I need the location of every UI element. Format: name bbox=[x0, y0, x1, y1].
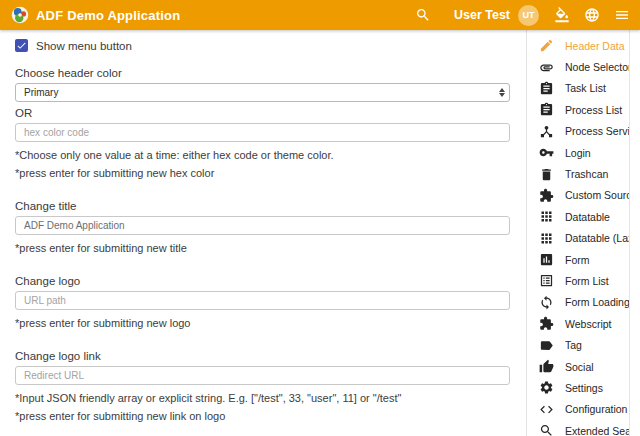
paint-bucket-icon[interactable] bbox=[553, 7, 570, 24]
sidebar-menu: Header DataNode SelectorTask ListProcess… bbox=[527, 30, 629, 436]
sidebar-item-login[interactable]: Login bbox=[539, 142, 629, 163]
adf-demo-application: ADF Demo Application User Test UT Show m… bbox=[0, 0, 640, 436]
sidebar-item-label: Custom Sources bbox=[565, 189, 629, 201]
change-logo-link-label: Change logo link bbox=[15, 350, 510, 362]
sidebar-item-form-list[interactable]: Form List bbox=[539, 270, 629, 291]
adf-logo-icon[interactable] bbox=[11, 6, 29, 24]
sidebar-item-label: Social bbox=[565, 361, 594, 373]
clipboard-icon bbox=[539, 81, 554, 96]
title-hint: *press enter for submitting new title bbox=[15, 242, 510, 254]
trash-icon bbox=[539, 167, 554, 182]
sidebar-item-social[interactable]: Social bbox=[539, 356, 629, 377]
search-icon[interactable] bbox=[415, 7, 432, 24]
list-alt-icon bbox=[539, 273, 554, 288]
gear-icon bbox=[539, 380, 554, 395]
sidebar-item-node-selector[interactable]: Node Selector bbox=[539, 56, 629, 77]
app-header: ADF Demo Application User Test UT bbox=[0, 0, 640, 30]
sidebar-item-header-data[interactable]: Header Data bbox=[539, 35, 629, 56]
grid-icon bbox=[539, 231, 554, 246]
sidebar-item-form-loading[interactable]: Form Loading bbox=[539, 292, 629, 313]
grid-icon bbox=[539, 209, 554, 224]
sidebar-item-form[interactable]: Form bbox=[539, 249, 629, 270]
show-menu-checkbox[interactable] bbox=[15, 39, 28, 52]
change-title-input[interactable] bbox=[15, 216, 510, 235]
change-title-label: Change title bbox=[15, 200, 510, 212]
avatar[interactable]: UT bbox=[518, 5, 539, 26]
header-color-select[interactable]: Primary bbox=[15, 83, 510, 102]
sidebar-item-label: Extended Search bbox=[565, 425, 629, 436]
or-label: OR bbox=[15, 107, 510, 119]
scrollbar-track[interactable] bbox=[629, 30, 640, 436]
change-logo-label: Change logo bbox=[15, 275, 510, 287]
user-name[interactable]: User Test bbox=[454, 8, 510, 22]
hex-hint-1: *Choose only one value at a time: either… bbox=[15, 149, 510, 161]
sidebar-item-process-list[interactable]: Process List bbox=[539, 99, 629, 120]
sidebar-item-label: Datatable (Lazy) bbox=[565, 232, 629, 244]
clipboard-icon bbox=[539, 102, 554, 117]
app-title: ADF Demo Application bbox=[36, 8, 180, 23]
header-color-selected-value: Primary bbox=[24, 87, 499, 98]
check-icon bbox=[16, 40, 27, 51]
sidebar-item-extended-search[interactable]: Extended Search bbox=[539, 420, 629, 436]
tag-icon bbox=[539, 338, 554, 353]
sidebar-item-label: Node Selector bbox=[565, 61, 629, 73]
sidebar-item-webscript[interactable]: Webscript bbox=[539, 313, 629, 334]
sidebar-item-datatable[interactable]: Datatable bbox=[539, 206, 629, 227]
attachment-icon bbox=[539, 60, 554, 75]
thumb-up-icon bbox=[539, 359, 554, 374]
key-icon bbox=[539, 145, 554, 160]
header-color-label: Choose header color bbox=[15, 67, 510, 79]
hex-hint-2: *press enter for submitting new hex colo… bbox=[15, 167, 510, 179]
sidebar-item-configuration-editor[interactable]: Configuration Editor bbox=[539, 399, 629, 420]
sidebar-item-label: Settings bbox=[565, 382, 603, 394]
sidebar-item-settings[interactable]: Settings bbox=[539, 377, 629, 398]
code-icon bbox=[539, 402, 554, 417]
bar-chart-icon bbox=[539, 252, 554, 267]
hex-color-input[interactable] bbox=[15, 123, 510, 142]
sidebar-item-label: Task List bbox=[565, 82, 606, 94]
sidebar-item-label: Form List bbox=[565, 275, 609, 287]
sidebar-item-label: Process List bbox=[565, 104, 622, 116]
sidebar-item-label: Configuration Editor bbox=[565, 403, 629, 415]
logo-link-hint-2: *press enter for submitting new link on … bbox=[15, 410, 510, 422]
sidebar-item-task-list[interactable]: Task List bbox=[539, 78, 629, 99]
puzzle-icon bbox=[539, 188, 554, 203]
logo-link-hint-1: *Input JSON friendly array or explicit s… bbox=[15, 392, 510, 404]
sidebar-item-label: Tag bbox=[565, 339, 582, 351]
sidebar-item-datatable-lazy[interactable]: Datatable (Lazy) bbox=[539, 228, 629, 249]
sync-icon bbox=[539, 295, 554, 310]
select-stepper-icon bbox=[499, 88, 505, 97]
sidebar-item-process-services[interactable]: Process Services bbox=[539, 121, 629, 142]
sidebar-item-label: Login bbox=[565, 147, 591, 159]
sidebar-item-label: Trashcan bbox=[565, 168, 608, 180]
sidebar-item-label: Datatable bbox=[565, 211, 610, 223]
sidebar-item-custom-sources[interactable]: Custom Sources bbox=[539, 185, 629, 206]
logo-hint: *press enter for submitting new logo bbox=[15, 317, 510, 329]
header-data-panel: Show menu button Choose header color Pri… bbox=[0, 30, 527, 436]
sidebar-item-label: Form bbox=[565, 254, 590, 266]
change-logo-link-input[interactable] bbox=[15, 366, 510, 385]
device-hub-icon bbox=[539, 124, 554, 139]
sidebar-item-label: Form Loading bbox=[565, 296, 629, 308]
pencil-icon bbox=[539, 38, 554, 53]
search-icon bbox=[539, 423, 554, 436]
change-logo-input[interactable] bbox=[15, 291, 510, 310]
globe-icon[interactable] bbox=[583, 7, 600, 24]
hamburger-menu-icon[interactable] bbox=[613, 7, 630, 24]
sidebar-item-label: Webscript bbox=[565, 318, 612, 330]
sidebar-item-trashcan[interactable]: Trashcan bbox=[539, 163, 629, 184]
show-menu-label: Show menu button bbox=[36, 40, 132, 52]
sidebar-item-label: Header Data bbox=[565, 40, 625, 52]
sidebar-item-label: Process Services bbox=[565, 125, 629, 137]
sidebar-item-tag[interactable]: Tag bbox=[539, 334, 629, 355]
puzzle-icon bbox=[539, 316, 554, 331]
